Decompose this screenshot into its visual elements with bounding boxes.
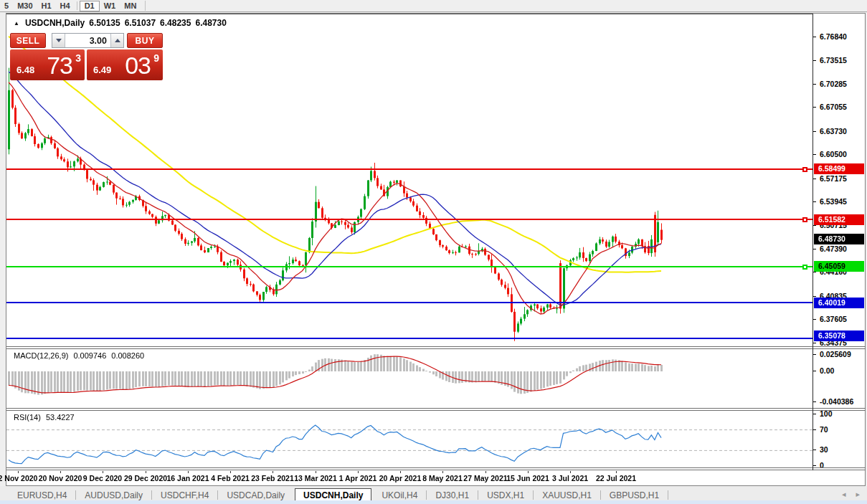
pane-separator <box>813 470 866 470</box>
timeframe-button-m30[interactable]: M30 <box>13 1 37 11</box>
status-strip <box>0 500 867 504</box>
price-tick-label: 6.53945 <box>820 196 847 206</box>
level-line-handle[interactable] <box>802 217 807 222</box>
date-label: 2 Nov 2020 <box>0 474 37 482</box>
axis-tick <box>813 450 816 450</box>
level-line-handle[interactable] <box>802 265 807 270</box>
pane-separator <box>813 410 866 411</box>
axis-tick <box>813 179 816 179</box>
buy-price-pip: 9 <box>153 52 159 64</box>
date-label: 29 Dec 2020 <box>124 474 167 482</box>
price-tick-label: 6.67055 <box>820 102 847 112</box>
macd-axis-label: 0.025609 <box>820 349 851 359</box>
macd-axis-label: 0.00 <box>820 366 834 376</box>
horizontal-level-line[interactable] <box>6 266 812 267</box>
sell-price-main: 73 <box>47 52 72 80</box>
axis-tick <box>813 107 816 108</box>
axis-tick <box>813 296 816 297</box>
axis-tick <box>813 414 816 414</box>
chart-high: 6.51037 <box>125 18 156 28</box>
tab-scroll-right-icon[interactable]: ▸ <box>856 490 860 499</box>
date-tick <box>146 471 146 473</box>
date-label: 3 Jul 2021 <box>552 474 588 482</box>
buy-price-prefix: 6.49 <box>93 65 111 75</box>
buy-price-display[interactable]: 6.49 03 9 <box>87 49 163 80</box>
volume-input[interactable] <box>65 34 110 47</box>
rsi-value: 53.4227 <box>46 413 75 422</box>
date-label: 9 Dec 2020 <box>83 474 122 482</box>
date-tick <box>273 471 273 473</box>
axis-tick <box>813 401 816 402</box>
date-label: 4 Feb 2021 <box>211 474 250 482</box>
date-label: 27 May 2021 <box>463 474 507 482</box>
support-price-badge: 6.45059 <box>814 261 864 272</box>
date-label: 23 Feb 2021 <box>251 474 294 482</box>
timeframe-button-m5[interactable]: 5 <box>0 1 13 11</box>
date-label: 13 Mar 2021 <box>294 474 337 482</box>
axis-tick <box>813 37 816 37</box>
date-label: 20 Nov 2020 <box>39 474 82 482</box>
volume-decrease-button[interactable] <box>52 34 65 47</box>
date-label: 1 Apr 2021 <box>339 474 377 482</box>
macd-signal-value: 0.008260 <box>111 351 144 360</box>
chart-low: 6.48235 <box>160 18 191 28</box>
price-chart-canvas[interactable] <box>6 14 812 473</box>
horizontal-level-line[interactable] <box>6 219 812 220</box>
chevron-up-icon <box>115 39 120 42</box>
timeframe-button-mn[interactable]: MN <box>120 1 141 11</box>
axis-tick <box>813 131 816 132</box>
toolbar-divider <box>145 1 146 11</box>
resistance-price-badge: 6.51582 <box>814 214 864 225</box>
timeframe-button-h1[interactable]: H1 <box>37 1 56 11</box>
timeframe-button-w1[interactable]: W1 <box>100 1 120 11</box>
axis-tick <box>813 201 816 202</box>
sell-price-display[interactable]: 6.48 73 3 <box>10 49 85 80</box>
price-tick-label: 6.57175 <box>820 173 847 184</box>
chart-open: 6.50135 <box>89 18 120 28</box>
axis-tick <box>813 354 816 355</box>
macd-axis-label: -0.040386 <box>820 396 853 406</box>
date-axis[interactable]: 2 Nov 2020 20 Nov 2020 9 Dec 2020 29 Dec… <box>6 471 865 485</box>
pane-separator <box>813 467 866 468</box>
collapse-triangle-icon[interactable]: ▲ <box>14 20 19 27</box>
buy-button[interactable]: BUY <box>127 33 163 48</box>
chart-plot-area: ▲ USDCNH,Daily 6.50135 6.51037 6.48235 6… <box>6 14 812 485</box>
buy-price-main: 03 <box>125 52 151 80</box>
horizontal-level-line[interactable] <box>6 302 812 303</box>
rsi-axis-label: 30 <box>820 444 828 455</box>
price-tick-label: 6.47390 <box>820 244 847 254</box>
sell-price-prefix: 6.48 <box>16 65 34 75</box>
date-tick <box>400 471 401 473</box>
volume-increase-button[interactable] <box>110 34 123 47</box>
date-tick <box>442 471 443 473</box>
date-tick <box>570 471 571 473</box>
date-label: 16 Jan 2021 <box>167 474 209 482</box>
axis-tick <box>813 343 816 343</box>
axis-tick <box>813 465 816 466</box>
pane-separator <box>813 348 866 349</box>
axis-tick <box>813 371 816 371</box>
horizontal-level-line[interactable] <box>6 338 812 339</box>
date-tick <box>60 471 61 473</box>
tab-scroll-left-icon[interactable]: ◂ <box>842 490 846 499</box>
date-label: 22 Jul 2021 <box>596 474 636 482</box>
chart-close: 6.48730 <box>195 18 226 28</box>
price-tick-label: 6.37605 <box>820 314 847 324</box>
date-tick <box>18 471 19 473</box>
price-axis[interactable]: 6.76840 6.73515 6.70285 6.67055 6.63730 … <box>812 14 865 470</box>
timeframe-button-h4[interactable]: H4 <box>56 1 75 11</box>
price-tick-label: 6.73515 <box>820 55 847 65</box>
horizontal-level-line[interactable] <box>6 168 812 170</box>
axis-tick <box>813 84 816 85</box>
rsi-axis-label: 70 <box>820 424 828 434</box>
one-click-trading-panel: SELL BUY 6.48 73 3 6.49 <box>10 33 163 80</box>
date-tick <box>188 471 189 473</box>
price-tick-label: 6.76840 <box>820 32 847 42</box>
price-tick-label: 6.63730 <box>820 126 847 136</box>
sell-button[interactable]: SELL <box>10 33 46 48</box>
level-line-handle[interactable] <box>802 167 807 172</box>
resistance-price-badge: 6.58499 <box>814 163 864 174</box>
timeframe-button-d1[interactable]: D1 <box>80 1 100 11</box>
date-tick <box>616 471 617 473</box>
pane-separator <box>813 408 866 409</box>
